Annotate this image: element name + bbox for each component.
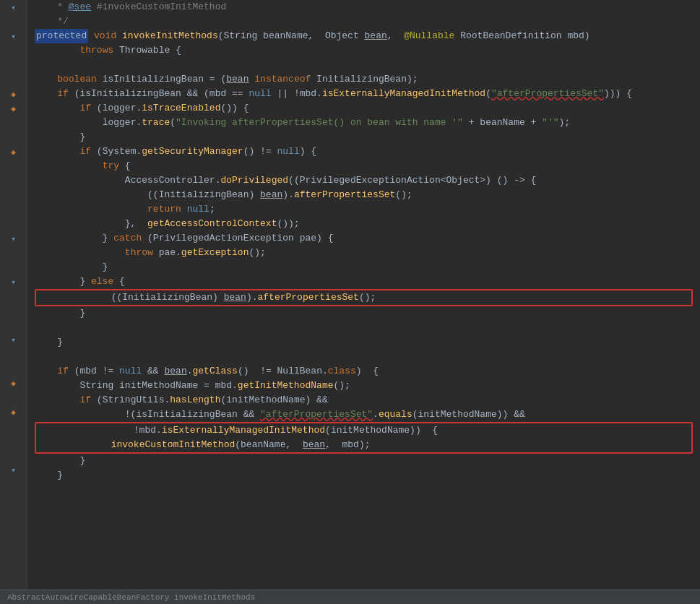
- if-keyword-4: if: [57, 364, 69, 379]
- line-21: ((InitializingBean) bean).afterPropertie…: [36, 290, 691, 305]
- gutter-40: [9, 564, 18, 578]
- indent22: [35, 393, 79, 407]
- paren4: () !=: [243, 144, 277, 159]
- line-3: protected void invokeInitMethods(String …: [27, 29, 700, 43]
- gutter-diamond-8[interactable]: ◆: [9, 101, 18, 116]
- gutter-5: [9, 58, 18, 72]
- semicolon-ret: ;: [209, 202, 215, 217]
- status-text: AbstractAutowireCapableBeanFactory invok…: [7, 593, 255, 602]
- dot-equals: .: [373, 407, 379, 422]
- security-cond: (System.: [91, 144, 142, 159]
- method-getclass: getClass: [193, 364, 238, 379]
- indent15: }: [35, 260, 108, 275]
- close-if4: ) {: [356, 364, 379, 379]
- gutter-diamond-7[interactable]: ◆: [9, 87, 18, 101]
- boolean-keyword: boolean: [57, 72, 97, 87]
- gutter-fold-20[interactable]: ▾: [9, 275, 18, 289]
- close-access: ());: [277, 217, 299, 231]
- line-10: }: [27, 130, 700, 144]
- mbd-cond: (mbd !=: [69, 364, 119, 379]
- gutter-9: [9, 116, 18, 130]
- method-ext-managed: isExternallyManagedInitMethod: [162, 423, 325, 438]
- after-props-2: ).: [246, 290, 258, 305]
- indent9: [35, 173, 125, 188]
- close-init: ();: [333, 379, 350, 393]
- logger-ref: logger.: [103, 116, 142, 130]
- method-get-exception: getException: [181, 246, 249, 260]
- throwable: Throwable {: [113, 43, 181, 58]
- bean-param: bean: [365, 29, 387, 43]
- gutter-fold-1[interactable]: ▾: [9, 0, 18, 14]
- indent4: [35, 101, 79, 116]
- indent7: [35, 144, 79, 159]
- red-box-else: ((InitializingBean) bean).afterPropertie…: [35, 289, 693, 306]
- and-bean: &&: [142, 364, 164, 379]
- indent24: !mbd.: [43, 423, 162, 438]
- gutter-2: [9, 14, 18, 29]
- indent14: [35, 246, 125, 260]
- else-keyword: else: [91, 275, 113, 289]
- str-invoking: "Invoking afterPropertiesSet() on bean w…: [176, 116, 463, 130]
- method-external: isExternallyManagedInitMethod: [322, 87, 485, 101]
- line-23: [27, 321, 700, 335]
- gutter-fold-24[interactable]: ▾: [9, 332, 18, 347]
- gutter-12: [9, 159, 18, 173]
- gutter-fold-17[interactable]: ▾: [9, 231, 18, 246]
- instanceof: [249, 72, 254, 87]
- indent19: }: [35, 335, 63, 350]
- gutter-13: [9, 173, 18, 188]
- gutter-diamond-27[interactable]: ◆: [9, 376, 18, 390]
- or-op: || !mbd.: [272, 87, 322, 101]
- line-32: }: [27, 454, 700, 468]
- indent6: }: [35, 130, 85, 144]
- paren-open: (String beanName, Object: [218, 29, 365, 43]
- close-trace: );: [559, 116, 571, 130]
- bean-ref-3: bean: [224, 290, 246, 305]
- code-editor: ▾ ▾ ◆ ◆ ◆ ▾ ▾ ▾ ◆ ◆ ▾: [0, 0, 700, 604]
- string-type: String initMethodName = mbd.: [79, 379, 237, 393]
- throw-keyword: throw: [125, 246, 153, 260]
- line-24: }: [27, 335, 700, 350]
- comma2: , mbd);: [325, 438, 370, 452]
- line-29: !(isInitializingBean && "afterProperties…: [27, 407, 700, 422]
- gutter-16: [9, 217, 18, 231]
- see-link[interactable]: @see: [69, 1, 91, 12]
- indent2: [35, 72, 57, 87]
- indent18: }: [35, 306, 85, 321]
- null-kw-1: null: [249, 87, 271, 101]
- line-34: [27, 483, 700, 497]
- method-access-ctrl: getAccessControlContext: [147, 217, 277, 231]
- gutter-fold-33[interactable]: ▾: [9, 462, 18, 477]
- line-2: */: [27, 14, 700, 29]
- indent21: [35, 379, 79, 393]
- line-27: String initMethodName = mbd.getInitMetho…: [27, 379, 700, 393]
- line-25: [27, 350, 700, 364]
- line-20: } else {: [27, 275, 700, 289]
- indent20: [35, 364, 57, 379]
- editor-gutter: ▾ ▾ ◆ ◆ ◆ ▾ ▾ ▾ ◆ ◆ ▾: [0, 0, 27, 604]
- status-bar: AbstractAutowireCapableBeanFactory invok…: [0, 590, 700, 604]
- code-content: * @see #invokeCustomInitMethod */ protec…: [27, 0, 700, 604]
- space2: [116, 29, 122, 43]
- indent26: }: [35, 454, 85, 468]
- throws-keyword: throws: [79, 43, 113, 58]
- indent16: }: [35, 275, 91, 289]
- method-equals: equals: [379, 407, 412, 422]
- comment-see: * @see #invokeCustomInitMethod: [35, 0, 226, 14]
- if-keyword-5: if: [79, 393, 91, 407]
- bean-ref-4: bean: [164, 364, 186, 379]
- line-33: }: [27, 468, 700, 483]
- call-1: ();: [395, 188, 412, 202]
- gutter-diamond-11[interactable]: ◆: [9, 144, 18, 159]
- class-keyword: class: [328, 364, 356, 379]
- access-ctrl: AccessController.: [125, 173, 221, 188]
- gutter-diamond-29[interactable]: ◆: [9, 405, 18, 419]
- gutter-4: [9, 43, 18, 58]
- method-privileged: doPrivileged: [220, 173, 288, 188]
- gutter-21: [9, 289, 18, 303]
- return-keyword: return: [147, 202, 181, 217]
- gutter-fold-3[interactable]: ▾: [9, 29, 18, 43]
- gutter-10: [9, 130, 18, 144]
- line-26: if (mbd != null && bean.getClass() != Nu…: [27, 364, 700, 379]
- gutter-19: [9, 260, 18, 275]
